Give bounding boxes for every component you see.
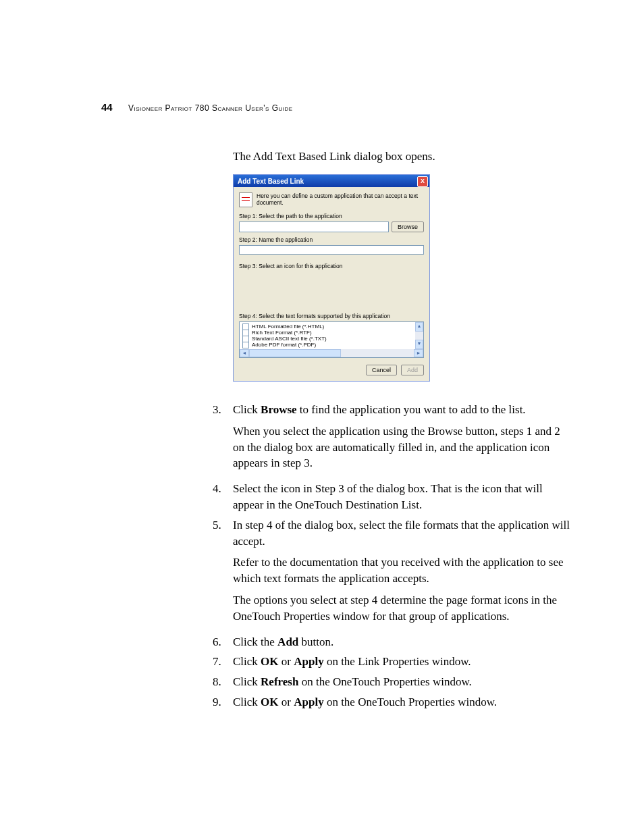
step-main-line: Click OK or Apply on the Link Properties… <box>233 654 570 670</box>
list-item[interactable]: HTML Formatted file (*.HTML) <box>242 323 412 330</box>
step1-label: Step 1: Select the path to the applicati… <box>239 213 424 219</box>
add-text-based-link-dialog: Add Text Based Link X Here you can defin… <box>233 174 430 382</box>
dialog-body: Here you can define a custom application… <box>234 187 429 381</box>
text-span: or <box>279 696 294 708</box>
text-span: or <box>279 655 294 668</box>
step-item: 5.In step 4 of the dialog box, select th… <box>213 517 570 630</box>
list-item[interactable]: Adobe PDF format (*.PDF) <box>242 342 412 348</box>
application-name-input[interactable] <box>239 245 424 255</box>
step-text: Click OK or Apply on the OneTouch Proper… <box>233 694 570 710</box>
step-number: 3. <box>213 402 233 477</box>
bold-text: OK <box>261 696 278 708</box>
text-span: Select the icon in Step 3 of the dialog … <box>233 482 543 511</box>
text-span: button. <box>298 635 333 648</box>
step-main-line: Click OK or Apply on the OneTouch Proper… <box>233 694 570 710</box>
step-item: 3.Click Browse to find the application y… <box>213 402 570 477</box>
document-page: 44 Visioneer Patriot 780 Scanner User's … <box>0 0 644 755</box>
step-main-line: In step 4 of the dialog box, select the … <box>233 517 570 550</box>
format-label: Rich Text Format (*.RTF) <box>252 330 312 336</box>
page-number: 44 <box>101 101 113 113</box>
browse-button[interactable]: Browse <box>392 221 424 232</box>
hscroll-thumb[interactable] <box>249 349 341 357</box>
dialog-titlebar: Add Text Based Link X <box>234 175 429 187</box>
step-text: Click OK or Apply on the Link Properties… <box>233 654 570 670</box>
scroll-right-icon[interactable]: ► <box>414 349 423 357</box>
dialog-description: Here you can define a custom application… <box>257 192 424 206</box>
add-button[interactable]: Add <box>401 365 424 375</box>
header-title: Visioneer Patriot 780 Scanner User's Gui… <box>128 103 293 113</box>
format-label: HTML Formatted file (*.HTML) <box>252 323 324 330</box>
dialog-footer: Cancel Add <box>239 365 424 375</box>
path-row: Browse <box>239 221 424 232</box>
bold-text: Browse <box>261 403 297 416</box>
step-item: 6.Click the Add button. <box>213 634 570 650</box>
list-item[interactable]: Rich Text Format (*.RTF) <box>242 330 412 336</box>
step-paragraph: When you select the application using th… <box>233 423 570 471</box>
format-label: Standard ASCII text file (*.TXT) <box>252 336 327 342</box>
text-span: on the OneTouch Properties window. <box>324 696 497 708</box>
step-item: 7.Click OK or Apply on the Link Properti… <box>213 654 570 670</box>
step-number: 9. <box>213 694 233 710</box>
checkbox-icon[interactable] <box>242 342 249 348</box>
text-span: on the Link Properties window. <box>324 655 471 668</box>
page-header: 44 Visioneer Patriot 780 Scanner User's … <box>101 101 570 113</box>
scroll-up-icon[interactable]: ▲ <box>415 322 423 332</box>
step-text: Click Browse to find the application you… <box>233 402 570 477</box>
vertical-scrollbar[interactable]: ▲ ▼ <box>415 322 423 349</box>
step-item: 4.Select the icon in Step 3 of the dialo… <box>213 481 570 513</box>
step-text: Select the icon in Step 3 of the dialog … <box>233 481 570 513</box>
step-item: 8.Click Refresh on the OneTouch Properti… <box>213 674 570 690</box>
step-main-line: Select the icon in Step 3 of the dialog … <box>233 481 570 513</box>
text-span: Click <box>233 403 261 416</box>
bold-text: Refresh <box>261 675 298 688</box>
step-text: Click Refresh on the OneTouch Properties… <box>233 674 570 690</box>
bold-text: Add <box>277 635 298 648</box>
step-main-line: Click the Add button. <box>233 634 570 650</box>
dialog-title: Add Text Based Link <box>238 178 304 185</box>
horizontal-scrollbar[interactable]: ◄ ► <box>240 349 423 357</box>
hscroll-track[interactable] <box>249 349 414 357</box>
step-number: 6. <box>213 634 233 650</box>
step3-label: Step 3: Select an icon for this applicat… <box>239 263 424 269</box>
scroll-track[interactable] <box>415 332 423 340</box>
step-main-line: Click Browse to find the application you… <box>233 402 570 418</box>
step-paragraph: The options you select at step 4 determi… <box>233 592 570 625</box>
step-main-line: Click Refresh on the OneTouch Properties… <box>233 674 570 690</box>
close-icon[interactable]: X <box>417 176 428 187</box>
step-text: Click the Add button. <box>233 634 570 650</box>
step2-label: Step 2: Name the application <box>239 236 424 243</box>
scroll-down-icon[interactable]: ▼ <box>415 340 423 349</box>
icon-selection-area[interactable] <box>239 271 424 309</box>
dialog-screenshot: Add Text Based Link X Here you can defin… <box>233 174 570 382</box>
bold-text: Apply <box>294 655 323 668</box>
format-label: Adobe PDF format (*.PDF) <box>252 342 316 348</box>
step4-label: Step 4: Select the text formats supporte… <box>239 313 424 319</box>
step-number: 5. <box>213 517 233 630</box>
step-number: 8. <box>213 674 233 690</box>
text-span: Click <box>233 696 261 708</box>
list-item[interactable]: Standard ASCII text file (*.TXT) <box>242 336 412 342</box>
text-span: Click the <box>233 635 277 648</box>
step-text: In step 4 of the dialog box, select the … <box>233 517 570 630</box>
intro-text: The Add Text Based Link dialog box opens… <box>233 150 570 163</box>
application-path-input[interactable] <box>239 221 389 232</box>
bold-text: Apply <box>294 696 323 708</box>
format-list-inner: HTML Formatted file (*.HTML) Rich Text F… <box>240 322 415 349</box>
text-span: Click <box>233 655 261 668</box>
dialog-description-row: Here you can define a custom application… <box>239 192 424 207</box>
document-icon <box>239 192 252 207</box>
format-listbox[interactable]: HTML Formatted file (*.HTML) Rich Text F… <box>239 321 424 358</box>
step-item: 9.Click OK or Apply on the OneTouch Prop… <box>213 694 570 710</box>
text-span: on the OneTouch Properties window. <box>298 675 471 688</box>
text-span: to find the application you want to add … <box>297 403 526 416</box>
cancel-button[interactable]: Cancel <box>366 365 397 375</box>
step-number: 7. <box>213 654 233 670</box>
scroll-left-icon[interactable]: ◄ <box>240 349 249 357</box>
instruction-steps: 3.Click Browse to find the application y… <box>213 402 570 710</box>
text-span: Click <box>233 675 261 688</box>
bold-text: OK <box>261 655 278 668</box>
step-number: 4. <box>213 481 233 513</box>
text-span: In step 4 of the dialog box, select the … <box>233 519 570 548</box>
step-paragraph: Refer to the documentation that you rece… <box>233 554 570 587</box>
